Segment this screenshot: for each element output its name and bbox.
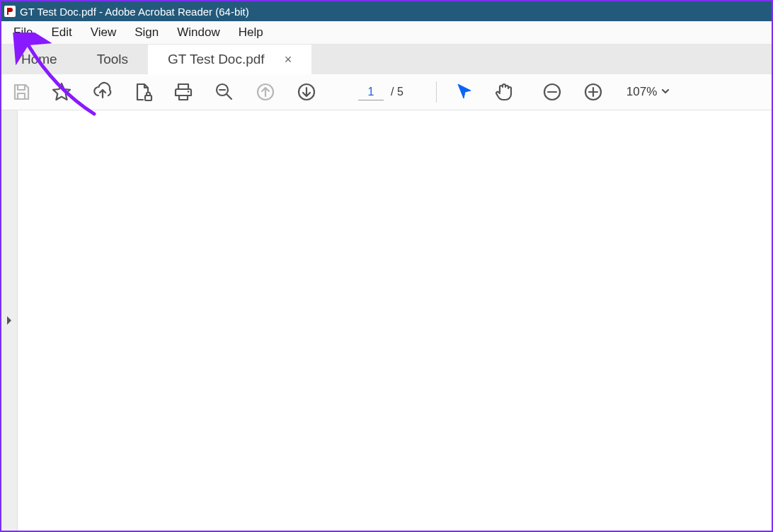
- menu-view[interactable]: View: [81, 23, 126, 42]
- app-icon: [4, 6, 16, 17]
- cloud-upload-icon[interactable]: [92, 81, 113, 103]
- zoom-in-icon[interactable]: [583, 81, 604, 103]
- chevron-down-icon: [661, 85, 670, 99]
- menu-window[interactable]: Window: [168, 23, 229, 42]
- print-icon[interactable]: [173, 81, 194, 103]
- page-number-input[interactable]: [358, 84, 384, 100]
- menu-sign[interactable]: Sign: [125, 23, 168, 42]
- tab-document-label: GT Test Doc.pdf: [168, 52, 265, 67]
- page-navigator: / 5: [358, 84, 406, 100]
- find-icon[interactable]: [214, 81, 235, 103]
- toolbar: / 5 107%: [1, 74, 772, 110]
- zoom-group: 107%: [542, 81, 670, 103]
- tab-document[interactable]: GT Test Doc.pdf ×: [148, 45, 311, 74]
- zoom-level-display[interactable]: 107%: [626, 85, 670, 99]
- file-lock-icon[interactable]: [133, 82, 153, 102]
- menu-help[interactable]: Help: [229, 23, 273, 42]
- tab-strip: Home Tools GT Test Doc.pdf ×: [1, 45, 772, 74]
- menu-bar: File Edit View Sign Window Help: [1, 21, 772, 45]
- hand-tool-icon[interactable]: [493, 81, 515, 103]
- window-title: GT Test Doc.pdf - Adobe Acrobat Reader (…: [20, 6, 249, 18]
- title-bar: GT Test Doc.pdf - Adobe Acrobat Reader (…: [1, 1, 772, 21]
- save-icon[interactable]: [11, 82, 31, 102]
- page-canvas[interactable]: [18, 110, 772, 532]
- page-up-icon[interactable]: [255, 81, 276, 103]
- menu-edit[interactable]: Edit: [42, 23, 81, 42]
- star-icon[interactable]: [51, 81, 72, 103]
- zoom-level-label: 107%: [626, 85, 657, 99]
- page-down-icon[interactable]: [296, 81, 317, 103]
- zoom-out-icon[interactable]: [542, 81, 563, 103]
- svg-point-1: [188, 91, 189, 92]
- toolbar-separator: [436, 81, 437, 103]
- expand-panel-icon[interactable]: [6, 316, 13, 328]
- svg-rect-0: [145, 96, 151, 100]
- tab-home[interactable]: Home: [1, 45, 77, 74]
- page-total-label: / 5: [388, 86, 406, 98]
- tab-tools-label: Tools: [97, 52, 128, 67]
- menu-file[interactable]: File: [4, 23, 42, 42]
- side-panel-rail[interactable]: [1, 110, 18, 532]
- tab-close-icon[interactable]: ×: [285, 52, 292, 67]
- tab-home-label: Home: [21, 52, 57, 67]
- tab-tools[interactable]: Tools: [77, 45, 148, 74]
- document-area: [1, 110, 772, 532]
- selection-tool-icon[interactable]: [455, 83, 474, 101]
